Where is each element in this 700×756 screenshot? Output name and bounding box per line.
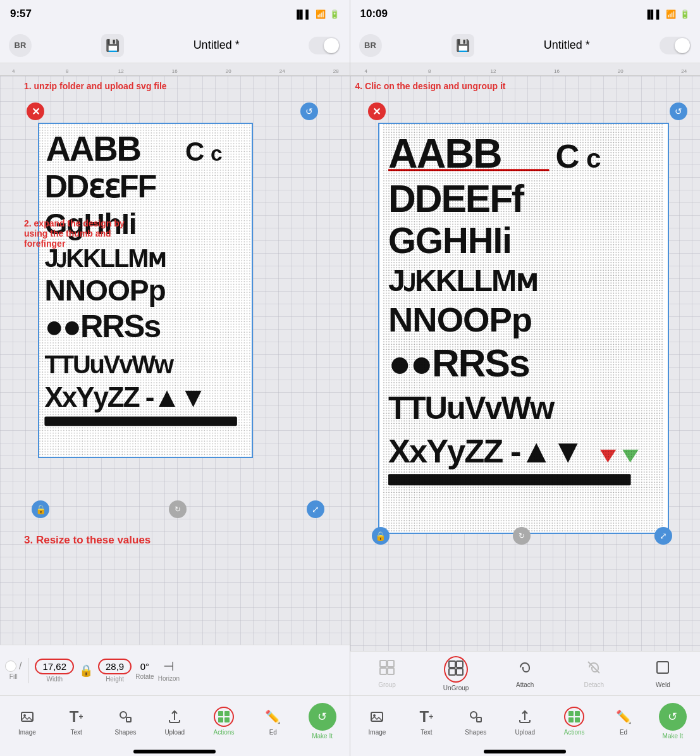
close-button-left[interactable]: ✕ [27,102,44,120]
toolbar-actions-right[interactable]: Actions [550,707,599,736]
toggle-left[interactable] [309,37,340,54]
canvas-right[interactable]: 4. Clic on the design and ungroup it ✕ ↺… [350,76,701,651]
toolbar-right: Image T+ Text Shapes Upload Actions ✏️ [350,695,701,746]
toolbar-text-label-left: Text [71,729,82,736]
group-item-ungroup[interactable]: UnGroup [422,656,491,691]
lock-handle-right[interactable]: 🔒 [372,527,390,545]
toolbar-makeit-label-right: Make It [663,733,684,740]
svg-rect-16 [126,717,131,722]
attach-label: Attach [516,681,534,688]
width-value[interactable]: 17,62 [35,659,74,674]
toolbar-upload-label-right: Upload [515,729,535,736]
design-container-left[interactable]: AABB C c DDɛɛFF GgHhIi JᴊKKLLMᴍ NNOOPp ●… [38,123,253,458]
svg-rect-46 [657,662,668,673]
group-item-attach[interactable]: Attach [491,659,560,688]
br-button-right[interactable]: BR [359,34,382,57]
canvas-left[interactable]: 1. unzip folder and upload svg file ✕ ↺ … [0,76,350,645]
status-icons-left: ▐▌▌ 📶 🔋 [294,9,340,19]
svg-rect-38 [388,660,394,667]
ungroup-icon [444,656,468,683]
lock-icon-prop[interactable]: 🔒 [79,664,93,678]
toggle-right[interactable] [660,37,691,54]
ruler-mark: 16 [161,68,188,74]
ruler-marks-left: 4 8 12 16 20 24 28 [0,63,350,75]
actions-icon-right [564,707,584,727]
instruction-3: 3. Resize to these values [24,534,150,547]
height-value[interactable]: 28,9 [98,659,132,674]
ruler-mark: 20 [605,68,636,74]
toolbar-edit-label-right: Ed [620,729,627,736]
signal-icon-right: ▐▌▌ [644,9,662,19]
toolbar-image-right[interactable]: Image [353,707,402,736]
rotate-button-right[interactable]: ↺ [670,102,687,120]
ruler-mark: 16 [541,68,572,74]
toolbar-text-left[interactable]: T+ Text [52,707,101,736]
alphabet-design-left: AABB C c DDɛɛFF GgHhIi JᴊKKLLMᴍ NNOOPp ●… [39,124,252,457]
toolbar-image-label-right: Image [369,729,386,736]
scale-handle-right[interactable]: ⤢ [654,527,672,545]
svg-text:●●RRSs: ●●RRSs [44,308,160,344]
upload-icon-right [515,707,535,727]
svg-rect-51 [568,711,574,716]
rotate-button-left[interactable]: ↺ [300,102,318,120]
svg-rect-20 [224,717,230,722]
scale-handle-left[interactable]: ⤢ [307,500,324,518]
rotate-handle-left[interactable]: ↻ [169,500,187,518]
close-button-right[interactable]: ✕ [368,102,386,120]
makeit-btn-left[interactable]: ↺ [309,703,336,731]
fill-label: Fill [9,673,18,680]
group-item-detach[interactable]: Detach [560,659,629,688]
rotate-prop: 0° Rotate [135,661,154,680]
makeit-btn-right[interactable]: ↺ [659,703,687,731]
svg-rect-37 [380,660,386,667]
lock-handle-left[interactable]: 🔒 [32,500,49,518]
toolbar-upload-right[interactable]: Upload [500,707,550,736]
properties-bar-left: / Fill 17,62 Width 🔒 28,9 Height 0° Rota… [0,645,350,695]
toolbar-text-right[interactable]: T+ Text [402,707,451,736]
svg-rect-19 [218,717,223,722]
ruler-mark: 4 [350,68,382,74]
toolbar-makeit-left[interactable]: ↺ Make It [298,703,347,740]
toolbar-image-left[interactable]: Image [3,707,52,736]
ruler-mark: 12 [107,68,135,74]
toolbar-shapes-right[interactable]: Shapes [451,707,500,736]
image-icon [17,707,37,727]
svg-rect-40 [388,668,394,674]
toggle-thumb-right [675,38,690,53]
toolbar-edit-right[interactable]: ✏️ Ed [599,707,648,736]
detach-icon [586,659,602,679]
design-container-right[interactable]: AABB C c DDEEFf GGHHIi JᴊKKLLMᴍ NNOOPp ●… [378,123,669,534]
nav-bar-right: BR 💾 Untitled * [350,28,701,63]
svg-text:DDɛɛFF: DDɛɛFF [44,168,156,204]
rotate-value[interactable]: 0° [140,661,149,672]
group-item-weld[interactable]: Weld [629,659,697,688]
svg-text:TTUuVvWw: TTUuVvWw [44,350,175,378]
save-button-right[interactable]: 💾 [451,34,474,57]
ruler-mark: 28 [322,68,350,74]
group-label: Group [378,681,396,688]
rotate-handle-right[interactable]: ↻ [513,527,531,545]
svg-rect-43 [449,669,455,675]
width-label: Width [46,676,63,683]
group-bar-right: Group UnGroup Attach Detach Weld [350,651,701,695]
toolbar-shapes-left[interactable]: Shapes [101,707,150,736]
status-icons-right: ▐▌▌ 📶 🔋 [644,9,690,19]
wifi-icon: 📶 [316,9,326,19]
br-button-left[interactable]: BR [9,34,32,57]
toolbar-actions-left[interactable]: Actions [199,707,249,736]
actions-icon-left [214,707,234,727]
ruler-mark: 8 [54,68,81,74]
instruction-4: 4. Clic on the design and ungroup it [355,81,698,91]
svg-rect-36 [383,124,663,533]
left-panel: 9:57 ▐▌▌ 📶 🔋 BR 💾 Untitled * 4 8 12 16 2… [0,0,350,756]
battery-icon-right: 🔋 [680,9,690,19]
toolbar-edit-left[interactable]: ✏️ Ed [249,707,298,736]
fill-area: / Fill [5,660,21,680]
toolbar-upload-left[interactable]: Upload [150,707,199,736]
horizon-icon: ⊣ [163,659,174,674]
toolbar-makeit-right[interactable]: ↺ Make It [648,703,697,740]
group-item-group[interactable]: Group [353,659,422,688]
save-button-left[interactable]: 💾 [101,34,124,57]
toolbar-shapes-label-right: Shapes [465,729,486,736]
text-icon-left: T+ [66,707,87,727]
